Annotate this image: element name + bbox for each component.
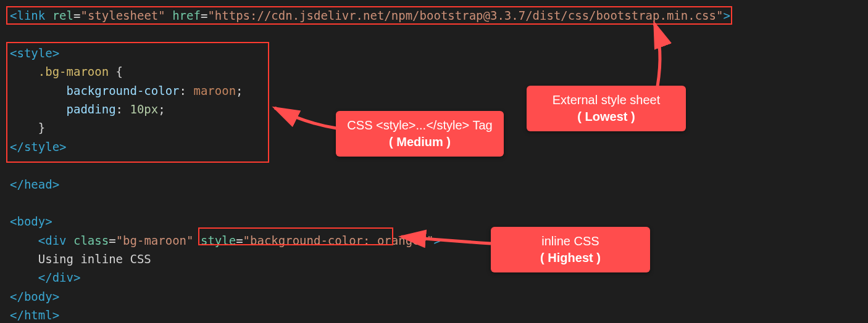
tag-body-close: </body>: [10, 290, 59, 303]
callout-external-title: External style sheet: [538, 92, 675, 108]
css-val-bg: maroon: [193, 84, 236, 97]
callout-inline: inline CSS ( Highest ): [491, 227, 650, 272]
css-val-pad: 10px: [130, 102, 158, 116]
callout-inline-title: inline CSS: [502, 233, 639, 250]
css-selector: .bg-maroon: [38, 65, 109, 78]
tag-div-close: </div>: [38, 271, 81, 284]
tag-div-open: <div: [38, 234, 67, 247]
callout-external-sub: ( Lowest ): [538, 108, 675, 125]
callout-styletag: CSS <style>...</style> Tag ( Medium ): [336, 111, 504, 157]
val-href: "https://cdn.jsdelivr.net/npm/bootstrap@…: [207, 9, 723, 22]
callout-styletag-title: CSS <style>...</style> Tag: [347, 117, 493, 134]
div-text-content: Using inline CSS: [38, 252, 151, 266]
tag-body-open: <body>: [10, 215, 52, 228]
css-prop-bg: background-color: [67, 84, 180, 97]
brace-open: {: [109, 65, 123, 78]
attr-class: class: [73, 234, 109, 247]
val-style: "background-color: orange;": [243, 234, 434, 247]
tag-style-close: </style>: [10, 140, 67, 153]
attr-href: href: [172, 9, 201, 22]
attr-rel: rel: [52, 9, 73, 22]
brace-close: }: [38, 121, 45, 134]
tag-link-close: >: [723, 9, 730, 22]
val-class: "bg-maroon": [116, 234, 194, 247]
attr-style: style: [201, 234, 236, 247]
callout-external: External style sheet ( Lowest ): [527, 86, 686, 131]
tag-div-open-close: >: [433, 234, 440, 247]
tag-head-close: </head>: [10, 178, 59, 191]
val-rel: "stylesheet": [80, 9, 165, 22]
code-editor: <link rel="stylesheet" href="https://cdn…: [0, 0, 868, 323]
callout-styletag-sub: ( Medium ): [347, 134, 493, 150]
callout-inline-sub: ( Highest ): [502, 250, 639, 266]
css-prop-pad: padding: [67, 102, 116, 116]
tag-link-open: <link: [10, 9, 45, 22]
tag-style-open: <style>: [10, 46, 59, 60]
tag-html-close: </html>: [10, 308, 59, 322]
